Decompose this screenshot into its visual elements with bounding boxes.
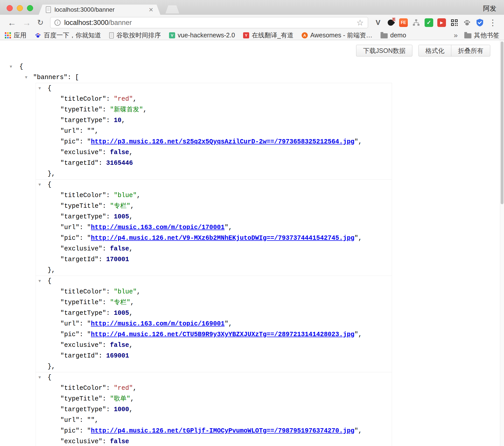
json-line: "titleColor": "blue", — [36, 190, 392, 201]
json-value: "blue" — [114, 288, 137, 295]
json-link[interactable]: http://p4.music.126.net/CTU5B9R9y3XyYBZX… — [91, 331, 354, 338]
json-key: "titleColor" — [60, 288, 106, 295]
bookmark-item-baidu[interactable]: 百度一下，你就知道 — [35, 31, 101, 39]
video-extension-icon[interactable]: ▶ — [436, 17, 447, 28]
bookmark-item-awesomes[interactable]: A Awesomes - 前端资… — [302, 31, 372, 39]
json-value: "新碟首发" — [110, 106, 143, 113]
collapse-toggle-icon[interactable]: ▼ — [38, 180, 41, 190]
json-value: false — [110, 438, 129, 445]
json-line: "url": "http://music.163.com/m/topic/170… — [36, 222, 392, 233]
json-value: 170001 — [106, 256, 129, 263]
collapse-toggle-icon[interactable]: ▼ — [38, 276, 41, 287]
json-link[interactable]: http://music.163.com/m/topic/169001 — [91, 320, 225, 328]
page-favicon-icon — [46, 6, 51, 13]
qr-icon — [451, 19, 458, 26]
json-key: "titleColor" — [60, 192, 106, 199]
orgchart-extension-icon[interactable] — [411, 17, 422, 28]
window-zoom-button[interactable] — [27, 5, 33, 11]
bookmark-item-vue-hackernews[interactable]: V vue-hackernews-2.0 — [169, 32, 235, 39]
json-link[interactable]: http://music.163.com/m/topic/170001 — [91, 224, 225, 231]
paw-extension-icon[interactable] — [462, 17, 472, 28]
json-link[interactable]: http://p3.music.126.net/s25q2x5QyqsAzilC… — [91, 138, 354, 145]
translate-extension-icon[interactable]: 英 — [385, 17, 396, 28]
download-json-button[interactable]: 下载JSON数据 — [356, 45, 412, 56]
json-key: "exclusive" — [60, 438, 102, 445]
bookmark-item-youdao[interactable]: Y 在线翻译_有道 — [243, 31, 293, 39]
window-titlebar: localhost:3000/banner × 阿发 — [0, 0, 504, 15]
bookmark-item-apps[interactable]: 应用 — [5, 31, 26, 39]
tab-title: localhost:3000/banner — [54, 6, 149, 13]
json-value: "red" — [114, 384, 133, 392]
bookmark-label: demo — [390, 32, 406, 39]
bookmark-item-other-bookmarks[interactable]: 其他书签 — [464, 31, 499, 39]
green-extension-icon[interactable]: ✓ — [424, 17, 434, 28]
json-value: "blue" — [114, 192, 137, 199]
bookmark-star-icon[interactable]: ☆ — [356, 18, 364, 27]
json-key: "url" — [60, 127, 79, 135]
collapse-toggle-icon[interactable]: ▼ — [38, 83, 41, 94]
browser-menu-icon[interactable]: ⋮ — [486, 18, 499, 27]
json-value: 10 — [114, 117, 121, 124]
bookmark-label: Awesomes - 前端资… — [310, 31, 372, 39]
forward-button[interactable]: → — [19, 18, 34, 27]
bookmarks-right-group: » 其他书签 — [454, 31, 499, 39]
json-line: ▼"banners": [ — [0, 72, 504, 83]
bookmark-label: 应用 — [14, 31, 26, 39]
json-value: 1005 — [114, 309, 129, 317]
new-tab-button[interactable] — [165, 5, 179, 13]
json-key: "exclusive" — [60, 245, 102, 252]
url-text: localhost:3000/banner — [64, 19, 132, 27]
format-button[interactable]: 格式化 — [418, 45, 451, 56]
address-bar[interactable]: i localhost:3000/banner ☆ — [50, 17, 368, 28]
json-line: "pic": "http://p4.music.126.net/tGPljf-I… — [36, 426, 392, 436]
collapse-toggle-icon[interactable]: ▼ — [10, 62, 12, 72]
json-line: }, — [36, 361, 392, 372]
page-icon — [109, 32, 114, 38]
json-line: ▼{ — [36, 276, 392, 287]
json-key: "titleColor" — [60, 95, 106, 103]
bookmark-item-demo[interactable]: demo — [381, 32, 406, 39]
json-key: "pic" — [60, 331, 79, 338]
json-line: }, — [36, 169, 392, 179]
collapse-all-button[interactable]: 折叠所有 — [451, 45, 490, 56]
collapse-toggle-icon[interactable]: ▼ — [38, 372, 41, 383]
json-key: "exclusive" — [60, 341, 102, 349]
vimium-extension-icon[interactable]: V — [373, 17, 383, 28]
scrollbar-thumb[interactable] — [501, 41, 503, 204]
collapse-toggle-icon[interactable]: ▼ — [25, 72, 27, 83]
reload-button[interactable]: ↻ — [34, 19, 47, 26]
json-line: "targetType": 1005, — [36, 308, 392, 319]
bookmarks-overflow-icon[interactable]: » — [454, 31, 458, 39]
qrcode-extension-icon[interactable] — [449, 17, 460, 28]
window-close-button[interactable] — [7, 5, 13, 11]
paw-icon — [463, 19, 471, 27]
youdao-icon: Y — [243, 32, 249, 38]
json-value: false — [110, 149, 129, 156]
browser-tab[interactable]: localhost:3000/banner × — [39, 5, 160, 15]
json-line: ▼{ — [0, 62, 504, 72]
window-minimize-button[interactable] — [17, 5, 23, 11]
json-line: ▼{ — [36, 372, 392, 383]
json-key: "targetId" — [60, 352, 99, 360]
back-button[interactable]: ← — [5, 18, 19, 27]
vertical-scrollbar[interactable] — [500, 40, 504, 446]
bookmark-label: 百度一下，你就知道 — [44, 31, 101, 39]
tab-close-icon[interactable]: × — [149, 6, 153, 13]
json-line: "targetId": 170001 — [36, 254, 392, 265]
json-link[interactable]: http://p4.music.126.net/tGPljf-IMOCyPvum… — [91, 427, 354, 435]
json-key: "banners" — [33, 74, 67, 81]
security-shield-extension-icon[interactable] — [474, 17, 485, 28]
json-link[interactable]: http://p4.music.126.net/V9-MXz6b2MNhEKju… — [91, 234, 354, 242]
json-line: ▼{ — [36, 180, 392, 190]
json-line: "typeTitle": "专栏", — [36, 297, 392, 308]
bookmarks-bar: 应用 百度一下，你就知道 谷歌按时间排序 V vue-hackernews-2.… — [0, 31, 504, 40]
json-line: ▼{ — [36, 83, 392, 94]
json-key: "typeTitle" — [60, 299, 102, 306]
fehelper-extension-icon[interactable]: FE — [398, 17, 409, 28]
bookmark-item-google-sort[interactable]: 谷歌按时间排序 — [109, 31, 161, 39]
json-key: "typeTitle" — [60, 395, 102, 403]
bookmark-label: vue-hackernews-2.0 — [178, 32, 235, 39]
page-info-icon[interactable]: i — [54, 20, 61, 26]
json-key: "targetId" — [60, 159, 99, 167]
json-tree: ▼{▼"banners": [▼{"titleColor": "red","ty… — [0, 56, 504, 446]
